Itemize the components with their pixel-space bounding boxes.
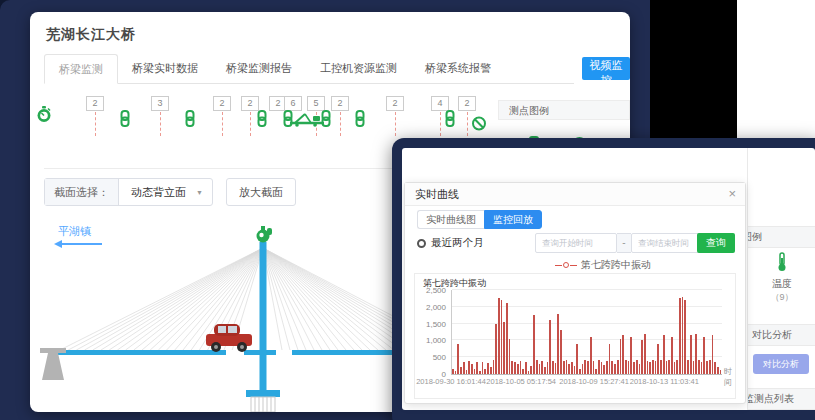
realtime-curve-dialog: 实时曲线 × 实时曲线图监控回放 最近两个月 - 查询 第七跨跨中振动 bbox=[404, 182, 746, 404]
bar bbox=[684, 300, 686, 374]
main-tab-5[interactable]: 桥梁系统报警 bbox=[411, 54, 505, 82]
y-tick-label: 2,500 bbox=[415, 286, 446, 295]
sensor-count-badge[interactable]: 3 bbox=[151, 96, 169, 111]
close-icon[interactable]: × bbox=[728, 183, 736, 205]
legend-marker-icon bbox=[570, 265, 577, 266]
forbidden-icon[interactable] bbox=[472, 116, 487, 135]
section-select-value[interactable]: 动态背立面 bbox=[119, 185, 196, 200]
bar bbox=[511, 361, 513, 374]
chain-link-icon[interactable] bbox=[445, 110, 456, 131]
bar bbox=[528, 371, 530, 374]
bar bbox=[660, 360, 662, 374]
query-button[interactable]: 查询 bbox=[697, 233, 735, 253]
main-tab-4[interactable]: 工控机资源监测 bbox=[306, 54, 411, 82]
popup-window-content: 测点图例 温度 （9） 对比分析 对比分析 监测点列表 bbox=[402, 148, 815, 410]
bar bbox=[693, 361, 695, 374]
main-tab-3[interactable]: 桥梁监测报告 bbox=[212, 54, 306, 82]
query-start-input[interactable] bbox=[535, 233, 617, 253]
bar bbox=[579, 369, 581, 374]
compare-analysis-button[interactable]: 对比分析 bbox=[753, 354, 809, 374]
legend-item-temperature[interactable]: 温度 （9） bbox=[748, 252, 815, 304]
radio-recent-two-months[interactable]: 最近两个月 bbox=[417, 236, 484, 250]
chain-link-icon[interactable] bbox=[185, 110, 196, 131]
sensor-count-badge[interactable]: 2 bbox=[458, 96, 476, 111]
sensor-count-badge[interactable]: 2 bbox=[331, 96, 349, 111]
bar bbox=[503, 322, 505, 374]
sensor-count-badge[interactable]: 5 bbox=[307, 96, 325, 111]
bar bbox=[668, 360, 670, 374]
bar bbox=[509, 339, 511, 374]
bar bbox=[547, 362, 549, 374]
chart-legend[interactable]: 第七跨跨中振动 bbox=[555, 258, 651, 272]
dialog-titlebar: 实时曲线 × bbox=[405, 183, 745, 206]
bar bbox=[598, 360, 600, 374]
bar bbox=[471, 364, 473, 374]
bar bbox=[663, 335, 665, 374]
x-tick-label: 2018-10-13 11:03:41 bbox=[630, 377, 699, 386]
bar bbox=[649, 362, 651, 374]
dialog-tab-1[interactable]: 实时曲线图 bbox=[417, 210, 484, 229]
bar bbox=[639, 364, 641, 374]
dialog-controls: 最近两个月 - 查询 bbox=[417, 233, 735, 253]
page-title: 芜湖长江大桥 bbox=[46, 26, 136, 44]
point-list-header: 监测点列表 bbox=[748, 388, 815, 410]
chain-link-icon[interactable] bbox=[257, 110, 268, 131]
bar bbox=[498, 298, 500, 374]
bar bbox=[568, 364, 570, 374]
legend-item-label: 温度 bbox=[748, 277, 815, 291]
bar bbox=[709, 360, 711, 374]
bar bbox=[455, 371, 457, 374]
bar bbox=[703, 337, 705, 374]
enlarge-section-button[interactable]: 放大截面 bbox=[226, 178, 296, 206]
bar bbox=[666, 361, 668, 374]
bar bbox=[501, 300, 503, 374]
bar bbox=[698, 360, 700, 374]
bar bbox=[533, 315, 535, 374]
bar bbox=[584, 360, 586, 374]
bar bbox=[644, 334, 646, 374]
dialog-title: 实时曲线 bbox=[415, 183, 459, 205]
bar bbox=[525, 362, 527, 374]
bar bbox=[484, 369, 486, 374]
dialog-tab-2[interactable]: 监控回放 bbox=[484, 210, 542, 229]
sensor-count-badge[interactable]: 2 bbox=[386, 96, 404, 111]
tower-sensor-icon[interactable] bbox=[257, 226, 273, 243]
sensor-count-badge[interactable]: 2 bbox=[213, 96, 231, 111]
bar bbox=[641, 340, 643, 374]
bar bbox=[457, 344, 459, 374]
sensor-count-badge[interactable]: 4 bbox=[431, 96, 449, 111]
video-monitor-button[interactable]: 视频监控 bbox=[582, 57, 630, 80]
bar bbox=[530, 366, 532, 374]
bar bbox=[566, 360, 568, 374]
section-select-label: 截面选择： bbox=[45, 179, 119, 205]
bar bbox=[657, 344, 659, 374]
sensor-count-badge[interactable]: 2 bbox=[86, 96, 104, 111]
bar bbox=[520, 361, 522, 374]
bar bbox=[611, 361, 613, 374]
sensor-count-badge[interactable]: 2 bbox=[241, 96, 259, 111]
bar bbox=[452, 369, 454, 374]
background-panel bbox=[737, 0, 815, 138]
bar bbox=[487, 363, 489, 374]
main-tabs: 桥梁监测桥梁实时数据桥梁监测报告工控机资源监测桥梁系统报警 bbox=[44, 54, 574, 84]
x-tick-label: 2018-09-30 16:01:44 bbox=[416, 377, 486, 386]
main-tab-2[interactable]: 桥梁实时数据 bbox=[118, 54, 212, 82]
video-black-area bbox=[650, 0, 737, 138]
abutment bbox=[40, 348, 66, 380]
pier-hatch bbox=[251, 397, 275, 412]
chain-link-icon[interactable] bbox=[355, 110, 366, 131]
bar bbox=[552, 361, 554, 374]
bar bbox=[603, 365, 605, 374]
compare-section-header: 对比分析 bbox=[748, 324, 815, 346]
section-select[interactable]: 截面选择： 动态背立面 ▼ bbox=[44, 178, 213, 206]
inspection-truck-icon[interactable] bbox=[290, 112, 324, 131]
main-tab-1[interactable]: 桥梁监测 bbox=[44, 54, 118, 84]
chart-plot bbox=[451, 290, 722, 375]
y-tick-label: 500 bbox=[415, 353, 446, 362]
gauge-icon[interactable] bbox=[37, 106, 52, 127]
sensor-count-badge[interactable]: 6 bbox=[284, 96, 302, 111]
bar bbox=[463, 362, 465, 374]
bar bbox=[714, 362, 716, 374]
bar bbox=[571, 362, 573, 374]
chain-link-icon[interactable] bbox=[120, 110, 131, 131]
